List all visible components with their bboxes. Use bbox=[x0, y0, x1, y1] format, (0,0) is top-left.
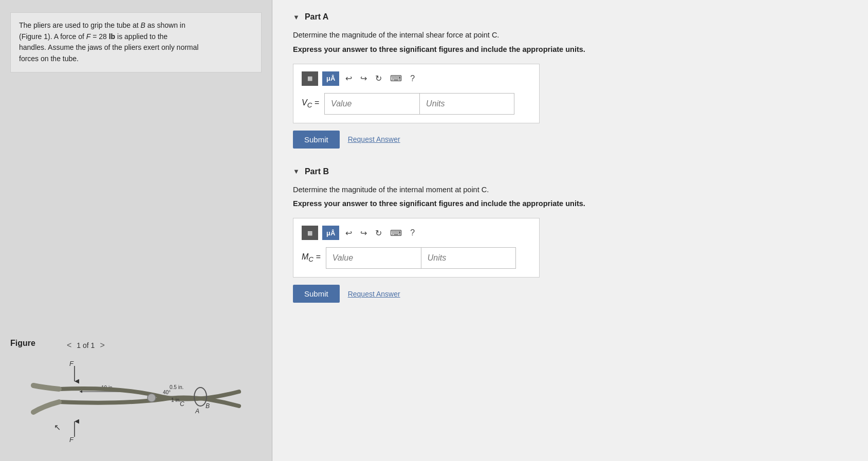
undo-icon-a: ↩ bbox=[345, 74, 352, 83]
figure-nav-text: 1 of 1 bbox=[77, 341, 95, 349]
part-b-header[interactable]: ▼ Part B bbox=[293, 167, 847, 176]
part-a-label: Part A bbox=[305, 12, 329, 22]
part-b-input-row: MC = bbox=[302, 247, 531, 269]
svg-text:B: B bbox=[206, 402, 210, 410]
undo-button-b[interactable]: ↩ bbox=[343, 227, 354, 239]
part-b-instruction: Express your answer to three significant… bbox=[293, 198, 847, 210]
left-panel: The pliers are used to grip the tube at … bbox=[0, 0, 272, 461]
part-b-action-row: Submit Request Answer bbox=[293, 285, 847, 303]
keyboard-icon-a: ⌨ bbox=[390, 74, 402, 83]
help-icon-a: ? bbox=[410, 74, 415, 83]
redo-icon-b: ↪ bbox=[360, 229, 367, 237]
keyboard-icon-b: ⌨ bbox=[390, 229, 402, 237]
part-a-header[interactable]: ▼ Part A bbox=[293, 12, 847, 22]
refresh-icon-b: ↻ bbox=[375, 229, 382, 237]
undo-button-a[interactable]: ↩ bbox=[343, 72, 354, 84]
figure-nav: < 1 of 1 > bbox=[67, 341, 105, 350]
part-a-input-label: VC = bbox=[302, 98, 319, 109]
next-figure-button[interactable]: > bbox=[100, 341, 104, 350]
part-b-toolbar: ▦ μÂ ↩ ↪ ↻ ⌨ ? bbox=[302, 226, 531, 240]
part-a-description: Determine the magnitude of the internal … bbox=[293, 30, 847, 41]
part-a-instruction: Express your answer to three significant… bbox=[293, 44, 847, 56]
part-b-request-answer-button[interactable]: Request Answer bbox=[348, 290, 400, 298]
part-b-input-label: MC = bbox=[302, 252, 321, 263]
figure-area: F 10 in. 40° 0.5 in. 1 in. C bbox=[10, 353, 262, 451]
svg-text:F: F bbox=[69, 361, 74, 367]
part-b-description: Determine the magnitude of the internal … bbox=[293, 185, 847, 196]
problem-text: The pliers are used to grip the tube at … bbox=[19, 21, 198, 63]
svg-point-4 bbox=[147, 394, 156, 402]
matrix-button-b[interactable]: ▦ bbox=[302, 226, 318, 240]
mu-label-a: μÂ bbox=[326, 75, 335, 82]
prev-figure-button[interactable]: < bbox=[67, 341, 71, 350]
mu-button-b[interactable]: μÂ bbox=[322, 226, 339, 240]
redo-button-b[interactable]: ↪ bbox=[358, 227, 369, 239]
help-icon-b: ? bbox=[410, 228, 415, 237]
part-a-action-row: Submit Request Answer bbox=[293, 131, 847, 149]
redo-icon-a: ↪ bbox=[360, 74, 367, 83]
mu-label-b: μÂ bbox=[326, 229, 335, 237]
part-a-toolbar: ▦ μÂ ↩ ↪ ↻ ⌨ ? bbox=[302, 71, 531, 86]
refresh-button-b[interactable]: ↻ bbox=[373, 227, 384, 239]
part-a-units-input[interactable] bbox=[419, 93, 514, 115]
problem-text-box: The pliers are used to grip the tube at … bbox=[10, 12, 262, 72]
matrix-icon-a: ▦ bbox=[307, 75, 312, 82]
part-b-units-input[interactable] bbox=[421, 247, 516, 269]
svg-text:A: A bbox=[195, 408, 199, 415]
part-b-collapse-icon: ▼ bbox=[293, 168, 300, 175]
help-button-a[interactable]: ? bbox=[408, 73, 417, 84]
part-b-submit-button[interactable]: Submit bbox=[293, 285, 340, 303]
keyboard-button-b[interactable]: ⌨ bbox=[388, 227, 404, 239]
refresh-button-a[interactable]: ↻ bbox=[373, 72, 384, 84]
part-a-input-row: VC = bbox=[302, 93, 531, 115]
part-a-collapse-icon: ▼ bbox=[293, 13, 300, 21]
part-a-section: ▼ Part A Determine the magnitude of the … bbox=[293, 12, 847, 149]
svg-text:↖: ↖ bbox=[54, 423, 61, 432]
undo-icon-b: ↩ bbox=[345, 229, 352, 237]
matrix-icon-b: ▦ bbox=[307, 230, 312, 236]
part-a-value-input[interactable] bbox=[324, 93, 419, 115]
redo-button-a[interactable]: ↪ bbox=[358, 72, 369, 84]
matrix-button-a[interactable]: ▦ bbox=[302, 71, 318, 86]
part-b-value-input[interactable] bbox=[326, 247, 421, 269]
figure-label: Figure bbox=[10, 339, 35, 348]
part-a-request-answer-button[interactable]: Request Answer bbox=[348, 135, 400, 143]
keyboard-button-a[interactable]: ⌨ bbox=[388, 72, 404, 84]
part-b-section: ▼ Part B Determine the magnitude of the … bbox=[293, 167, 847, 303]
right-panel: ▼ Part A Determine the magnitude of the … bbox=[272, 0, 868, 461]
part-b-label: Part B bbox=[305, 167, 329, 176]
part-a-input-box: ▦ μÂ ↩ ↪ ↻ ⌨ ? bbox=[293, 64, 540, 123]
help-button-b[interactable]: ? bbox=[408, 227, 417, 238]
pliers-figure: F 10 in. 40° 0.5 in. 1 in. C bbox=[28, 361, 244, 443]
part-a-submit-button[interactable]: Submit bbox=[293, 131, 340, 149]
svg-text:0.5 in.: 0.5 in. bbox=[170, 384, 183, 390]
svg-text:F: F bbox=[69, 436, 74, 443]
refresh-icon-a: ↻ bbox=[375, 74, 382, 83]
svg-text:40°: 40° bbox=[163, 390, 171, 395]
part-b-input-box: ▦ μÂ ↩ ↪ ↻ ⌨ ? bbox=[293, 218, 540, 278]
svg-text:C: C bbox=[180, 400, 184, 408]
mu-button-a[interactable]: μÂ bbox=[322, 71, 339, 86]
